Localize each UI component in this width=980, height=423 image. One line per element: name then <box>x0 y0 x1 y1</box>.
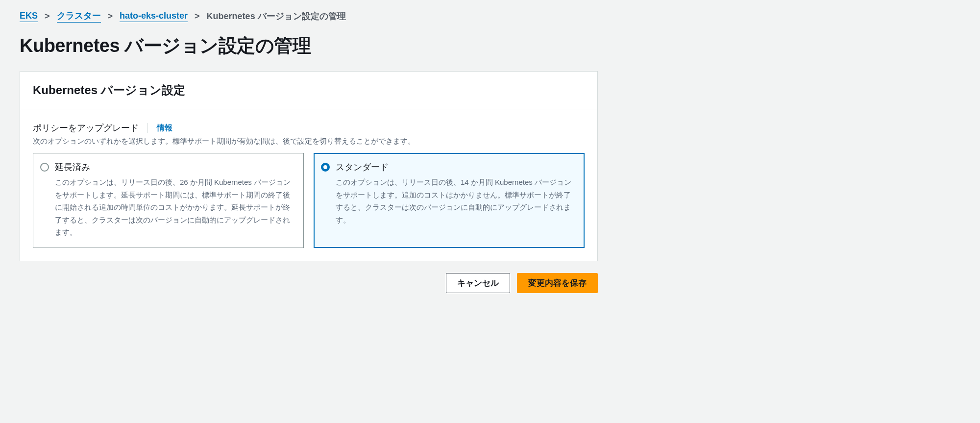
help-text: 次のオプションのいずれかを選択します。標準サポート期間が有効な間は、後で設定を切… <box>33 137 585 146</box>
field-label: ポリシーをアップグレード <box>33 122 139 134</box>
chevron-right-icon: > <box>108 11 113 22</box>
option-title: スタンダード <box>336 161 575 173</box>
breadcrumb-current: Kubernetes バージョン設定の管理 <box>207 10 346 22</box>
page-title: Kubernetes バージョン設定の管理 <box>20 33 960 58</box>
radio-icon <box>40 163 49 172</box>
option-title: 延長済み <box>55 161 294 173</box>
breadcrumb-link-cluster-name[interactable]: hato-eks-cluster <box>120 11 188 22</box>
option-description: このオプションは、リリース日の後、14 か月間 Kubernetes バージョン… <box>336 176 575 226</box>
option-description: このオプションは、リリース日の後、26 か月間 Kubernetes バージョン… <box>55 176 294 239</box>
action-bar: キャンセル 変更内容を保存 <box>20 273 598 293</box>
radio-icon <box>321 163 330 172</box>
panel-header: Kubernetes バージョン設定 <box>20 72 597 109</box>
chevron-right-icon: > <box>195 11 200 22</box>
option-extended[interactable]: 延長済み このオプションは、リリース日の後、26 か月間 Kubernetes … <box>33 153 304 248</box>
panel-title: Kubernetes バージョン設定 <box>33 82 585 98</box>
breadcrumb-link-clusters[interactable]: クラスター <box>57 10 101 23</box>
cancel-button[interactable]: キャンセル <box>446 273 510 293</box>
info-link[interactable]: 情報 <box>157 123 172 133</box>
upgrade-policy-options: 延長済み このオプションは、リリース日の後、26 か月間 Kubernetes … <box>33 153 585 248</box>
divider-icon <box>147 123 148 133</box>
breadcrumb: EKS > クラスター > hato-eks-cluster > Kuberne… <box>20 10 960 23</box>
panel-body: ポリシーをアップグレード 情報 次のオプションのいずれかを選択します。標準サポー… <box>20 109 597 261</box>
version-settings-panel: Kubernetes バージョン設定 ポリシーをアップグレード 情報 次のオプシ… <box>20 71 598 261</box>
chevron-right-icon: > <box>45 11 50 22</box>
option-standard[interactable]: スタンダード このオプションは、リリース日の後、14 か月間 Kubernete… <box>314 153 585 248</box>
breadcrumb-link-eks[interactable]: EKS <box>20 11 38 22</box>
save-button[interactable]: 変更内容を保存 <box>517 273 598 293</box>
field-label-row: ポリシーをアップグレード 情報 <box>33 122 585 134</box>
